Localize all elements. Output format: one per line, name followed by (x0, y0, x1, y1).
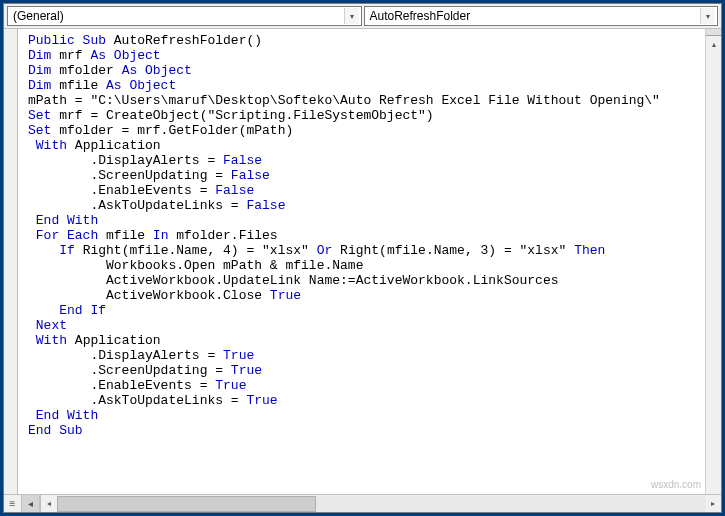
code-line: Workbooks.Open mPath & mfile.Name (28, 258, 705, 273)
code-line: End Sub (28, 423, 705, 438)
code-line: .ScreenUpdating = False (28, 168, 705, 183)
code-line: Dim mfolder As Object (28, 63, 705, 78)
code-line: .AskToUpdateLinks = True (28, 393, 705, 408)
code-line: .DisplayAlerts = False (28, 153, 705, 168)
code-line: ActiveWorkbook.Close True (28, 288, 705, 303)
watermark: wsxdn.com (651, 479, 701, 490)
code-line: End If (28, 303, 705, 318)
scroll-right-icon[interactable]: ▸ (705, 496, 721, 512)
vba-code-window: (General) ▾ AutoRefreshFolder ▾ Public S… (3, 3, 722, 513)
code-line: .AskToUpdateLinks = False (28, 198, 705, 213)
code-line: Next (28, 318, 705, 333)
code-line: mPath = "C:\Users\maruf\Desktop\Softeko\… (28, 93, 705, 108)
procedure-dropdown[interactable]: AutoRefreshFolder ▾ (364, 6, 719, 26)
code-line: .DisplayAlerts = True (28, 348, 705, 363)
scroll-thumb[interactable] (57, 496, 316, 512)
code-editor[interactable]: Public Sub AutoRefreshFolder()Dim mrf As… (18, 29, 705, 494)
split-handle[interactable] (706, 29, 721, 36)
scroll-track[interactable] (57, 496, 705, 512)
toolbar: (General) ▾ AutoRefreshFolder ▾ (4, 4, 721, 29)
code-line: Set mfolder = mrf.GetFolder(mPath) (28, 123, 705, 138)
code-line: End With (28, 408, 705, 423)
code-line: ActiveWorkbook.UpdateLink Name:=ActiveWo… (28, 273, 705, 288)
code-line: For Each mfile In mfolder.Files (28, 228, 705, 243)
object-dropdown-value: (General) (13, 9, 64, 23)
code-line: With Application (28, 333, 705, 348)
code-line: .EnableEvents = True (28, 378, 705, 393)
scroll-left-icon[interactable]: ◂ (41, 496, 57, 512)
bottom-bar: ≡ ◂ ◂ ▸ (4, 494, 721, 512)
code-line: .ScreenUpdating = True (28, 363, 705, 378)
vertical-scrollbar[interactable]: ▴ (705, 29, 721, 494)
code-line: Dim mfile As Object (28, 78, 705, 93)
code-area: Public Sub AutoRefreshFolder()Dim mrf As… (4, 29, 721, 494)
scroll-up-icon[interactable]: ▴ (706, 36, 721, 52)
code-line: Set mrf = CreateObject("Scripting.FileSy… (28, 108, 705, 123)
full-module-view-button[interactable]: ◂ (22, 495, 40, 512)
code-line: Dim mrf As Object (28, 48, 705, 63)
code-line: .EnableEvents = False (28, 183, 705, 198)
margin-indicator-bar[interactable] (4, 29, 18, 494)
code-line: End With (28, 213, 705, 228)
code-line: If Right(mfile.Name, 4) = "xlsx" Or Righ… (28, 243, 705, 258)
chevron-down-icon: ▾ (700, 8, 715, 24)
code-line: With Application (28, 138, 705, 153)
horizontal-scrollbar[interactable]: ◂ ▸ (41, 495, 721, 512)
procedure-dropdown-value: AutoRefreshFolder (370, 9, 471, 23)
chevron-down-icon: ▾ (344, 8, 359, 24)
object-dropdown[interactable]: (General) ▾ (7, 6, 362, 26)
procedure-view-button[interactable]: ≡ (4, 495, 22, 512)
view-mode-buttons: ≡ ◂ (4, 495, 41, 512)
code-line: Public Sub AutoRefreshFolder() (28, 33, 705, 48)
